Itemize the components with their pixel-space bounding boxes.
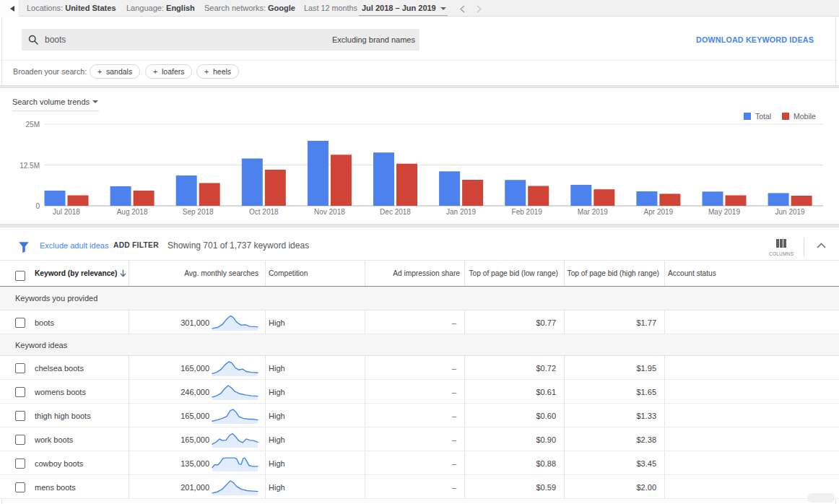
svg-text:Sep 2018: Sep 2018: [183, 208, 214, 216]
svg-text:Dec 2018: Dec 2018: [380, 208, 411, 216]
svg-text:May 2019: May 2019: [708, 208, 740, 216]
svg-text:Apr 2019: Apr 2019: [644, 208, 674, 216]
svg-text:12.5M: 12.5M: [19, 162, 40, 170]
svg-text:Jan 2019: Jan 2019: [446, 208, 477, 216]
svg-text:Mobile: Mobile: [794, 112, 816, 121]
svg-text:Mar 2019: Mar 2019: [578, 208, 609, 216]
svg-text:Oct 2018: Oct 2018: [249, 208, 279, 216]
svg-text:Nov 2018: Nov 2018: [314, 208, 345, 216]
svg-text:25M: 25M: [26, 121, 40, 129]
svg-text:Feb 2019: Feb 2019: [512, 208, 543, 216]
svg-text:Total: Total: [755, 112, 771, 121]
svg-text:Jun 2019: Jun 2019: [775, 208, 806, 216]
svg-text:Aug 2018: Aug 2018: [117, 208, 148, 216]
svg-text:0: 0: [35, 202, 40, 210]
svg-text:Jul 2018: Jul 2018: [53, 208, 80, 216]
